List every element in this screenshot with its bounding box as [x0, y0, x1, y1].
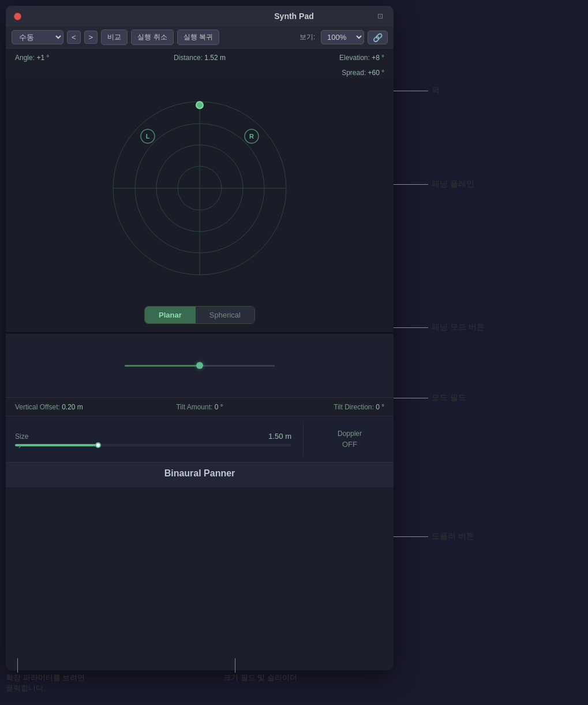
spread-row: Spread: +60 °	[6, 67, 394, 79]
doppler-annotation-line	[394, 536, 428, 537]
svg-point-6	[196, 102, 203, 109]
fullscreen-button[interactable]: ⊡	[375, 11, 385, 21]
radar-svg: L R	[107, 96, 292, 281]
expand-annotation: 확장 파라미터를 보려면 클릭합니다.	[6, 658, 85, 693]
zoom-select[interactable]: 100%	[321, 30, 364, 44]
nav-prev-button[interactable]: <	[67, 31, 81, 44]
expand-annotation-line	[17, 658, 18, 673]
title-bar: Synth Pad ⊡	[6, 6, 394, 27]
puck-annotation: 퍽	[394, 85, 440, 96]
tilt-amount-label: Tilt Amount:	[176, 403, 212, 411]
annotations-panel: 퍽 패닝 플레인 패닝 모드 버튼 모드 필드 도플러 버튼	[394, 0, 588, 670]
distance-label: Distance:	[174, 54, 203, 62]
panning-mode-annotation-text: 패닝 모드 버튼	[432, 322, 485, 333]
angle-param: Angle: +1 °	[15, 54, 138, 62]
size-value: 1.50 m	[268, 432, 291, 441]
title-bar-right: ⊡	[375, 11, 385, 21]
panning-mode-annotation: 패닝 모드 버튼	[394, 322, 485, 333]
mode-field-annotation: 모드 필드	[394, 393, 466, 403]
tilt-direction-value: 0 °	[376, 403, 384, 411]
angle-value: +1 °	[36, 54, 49, 62]
doppler-annotation: 도플러 버튼	[394, 531, 474, 542]
doppler-value[interactable]: OFF	[342, 440, 357, 449]
radar-container: L R	[107, 96, 292, 281]
doppler-section: Doppler OFF	[315, 430, 384, 449]
planar-mode-button[interactable]: Planar	[145, 307, 196, 323]
svg-text:R: R	[249, 133, 254, 140]
svg-text:L: L	[146, 133, 150, 140]
size-field-annotation-line	[235, 658, 235, 673]
tilt-direction-label: Tilt Direction:	[334, 403, 374, 411]
bottom-annotations: 확장 파라미터를 보려면 클릭합니다. 크기 필드 및 슬라이더	[6, 658, 297, 705]
close-button[interactable]	[14, 13, 21, 20]
size-doppler-row: Size 1.50 m Doppler OFF	[6, 416, 394, 462]
size-field-annotation-text: 크기 필드 및 슬라이더	[223, 673, 297, 683]
mode-field-annotation-line	[394, 398, 428, 398]
spherical-mode-button[interactable]: Spherical	[196, 307, 254, 323]
view-label: 보기:	[299, 32, 315, 42]
panning-plane-annotation-text: 패닝 플레인	[432, 179, 474, 189]
doppler-annotation-text: 도플러 버튼	[432, 531, 474, 542]
elevation-value: +8 °	[372, 54, 384, 62]
distance-param: Distance: 1.52 m	[138, 54, 261, 62]
mode-field-slider-handle[interactable]	[196, 362, 203, 369]
panning-plane-annotation-line	[394, 184, 428, 185]
vertical-params-row: Vertical Offset: 0.20 m Tilt Amount: 0 °…	[6, 397, 394, 416]
spread-value: +60 °	[368, 69, 385, 77]
undo-button[interactable]: 실행 취소	[131, 29, 173, 45]
doppler-label: Doppler	[338, 430, 362, 438]
spread-label: Spread:	[342, 69, 366, 77]
elevation-label: Elevation:	[339, 54, 370, 62]
compare-button[interactable]: 비교	[101, 29, 128, 45]
mode-select[interactable]: 수동	[12, 30, 63, 44]
toolbar: 수동 < > 비교 실행 취소 실행 복귀 보기: 100% 🔗	[6, 27, 394, 49]
size-slider-fill	[15, 444, 98, 446]
size-slider-track[interactable]	[15, 444, 291, 446]
size-section: Size 1.50 m	[15, 432, 291, 446]
size-slider-handle[interactable]	[95, 442, 101, 448]
params-row: Angle: +1 ° Distance: 1.52 m Elevation: …	[6, 49, 394, 67]
size-doppler-divider	[303, 422, 304, 457]
panning-plane-annotation: 패닝 플레인	[394, 179, 474, 189]
tilt-amount-param: Tilt Amount: 0 °	[138, 403, 261, 411]
redo-button[interactable]: 실행 복귀	[177, 29, 219, 45]
angle-label: Angle:	[15, 54, 35, 62]
mode-field-annotation-text: 모드 필드	[432, 393, 466, 403]
panning-plane[interactable]: L R	[6, 79, 394, 298]
mode-buttons-container: Planar Spherical	[6, 298, 394, 332]
vertical-offset-param: Vertical Offset: 0.20 m	[15, 403, 138, 411]
expand-annotation-text: 확장 파라미터를 보려면 클릭합니다.	[6, 673, 85, 693]
title-bar-left	[14, 13, 21, 20]
size-label: Size	[15, 432, 28, 441]
tilt-direction-param: Tilt Direction: 0 °	[261, 403, 384, 411]
plugin-name: Binaural Panner	[164, 468, 235, 478]
panning-mode-annotation-line	[394, 327, 428, 328]
vertical-offset-value: 0.20 m	[62, 403, 83, 411]
tilt-amount-value: 0 °	[215, 403, 223, 411]
puck-annotation-text: 퍽	[432, 85, 440, 96]
size-field-annotation: 크기 필드 및 슬라이더	[223, 658, 297, 693]
mode-field-slider-track[interactable]	[125, 365, 275, 367]
mode-btn-group: Planar Spherical	[144, 306, 255, 324]
link-button[interactable]: 🔗	[368, 31, 388, 44]
size-label-row: Size 1.50 m	[15, 432, 291, 441]
puck-annotation-line	[394, 91, 428, 91]
main-container: Synth Pad ⊡ 수동 < > 비교 실행 취소 실행 복귀 보기: 10…	[0, 0, 588, 705]
elevation-param: Elevation: +8 °	[261, 54, 384, 62]
nav-next-button[interactable]: >	[84, 31, 98, 44]
mode-field-area[interactable]	[6, 334, 394, 397]
window-title: Synth Pad	[274, 12, 313, 21]
expand-button[interactable]: ›	[14, 440, 25, 452]
vertical-offset-label: Vertical Offset:	[15, 403, 60, 411]
mode-field-slider-fill	[125, 365, 200, 367]
expand-icon: ›	[18, 441, 21, 450]
plugin-window: Synth Pad ⊡ 수동 < > 비교 실행 취소 실행 복귀 보기: 10…	[6, 6, 394, 670]
distance-value: 1.52 m	[204, 54, 226, 62]
plugin-name-bar: Binaural Panner	[6, 462, 394, 487]
